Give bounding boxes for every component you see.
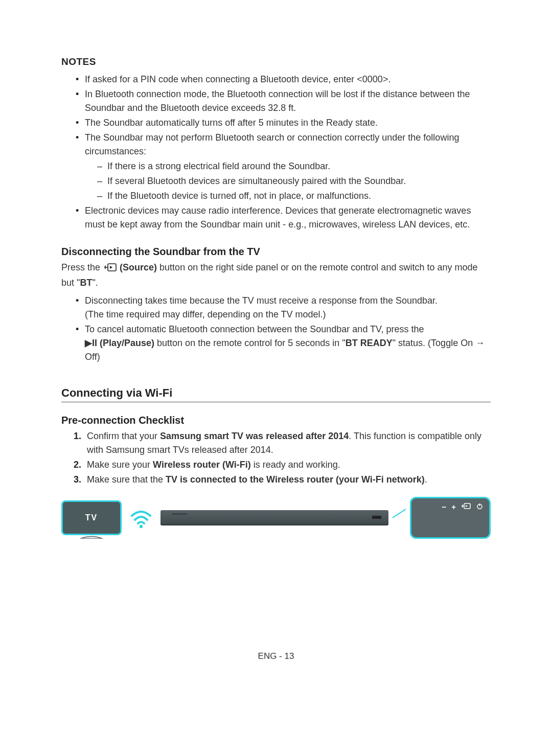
- text-fragment: Confirm that your: [87, 431, 160, 441]
- checklist-list: Confirm that your Samsung smart TV was r…: [74, 429, 491, 487]
- text-fragment: ".: [92, 278, 98, 288]
- control-panel-icons: − +: [442, 502, 483, 511]
- bold-text: Samsung smart TV was released after 2014: [160, 431, 349, 441]
- bt-label: BT: [80, 278, 92, 288]
- text-fragment: Make sure your: [87, 460, 153, 470]
- disconnect-item: To cancel automatic Bluetooth connection…: [74, 323, 491, 364]
- disconnect-list: Disconnecting takes time because the TV …: [74, 294, 491, 364]
- disconnect-item: Disconnecting takes time because the TV …: [74, 294, 491, 322]
- note-item-text: The Soundbar may not perform Bluetooth s…: [85, 132, 459, 156]
- callout-line-icon: [393, 505, 406, 531]
- text-fragment: Disconnecting takes time because the TV …: [85, 295, 438, 306]
- volume-down-icon: −: [442, 502, 446, 511]
- control-panel-illustration: − +: [410, 497, 491, 539]
- svg-marker-1: [110, 266, 112, 269]
- tv-stand-icon: [74, 536, 109, 539]
- svg-line-4: [393, 509, 406, 518]
- note-item: The Soundbar automatically turns off aft…: [74, 116, 491, 130]
- notes-list: If asked for a PIN code when connecting …: [74, 73, 491, 232]
- checklist-item: Make sure that the TV is connected to th…: [74, 473, 491, 487]
- tv-label: TV: [85, 513, 98, 522]
- wifi-icon: [130, 507, 152, 529]
- source-icon: [461, 502, 471, 511]
- page-footer: ENG - 13: [61, 651, 491, 661]
- text-fragment: Make sure that the: [87, 474, 166, 485]
- text-fragment: is ready and working.: [251, 460, 340, 470]
- notes-sublist: If there is a strong electrical field ar…: [96, 159, 491, 203]
- source-icon: [103, 262, 117, 276]
- bold-text: TV is connected to the Wireless router (…: [166, 474, 425, 485]
- note-item: The Soundbar may not perform Bluetooth s…: [74, 131, 491, 203]
- tv-illustration: TV: [61, 500, 122, 535]
- text-fragment: (The time required may differ, depending…: [85, 309, 326, 319]
- note-item: Electronic devices may cause radio inter…: [74, 204, 491, 232]
- text-fragment: To cancel automatic Bluetooth connection…: [85, 324, 424, 334]
- checklist-heading: Pre-connection Checklist: [61, 415, 491, 426]
- disconnect-paragraph: Press the (Source) button on the right s…: [61, 261, 491, 290]
- svg-marker-6: [466, 505, 468, 507]
- svg-point-3: [140, 525, 143, 528]
- soundbar-illustration: [160, 510, 388, 525]
- disconnect-heading: Disconnecting the Soundbar from the TV: [61, 246, 491, 258]
- note-subitem: If the Bluetooth device is turned off, n…: [96, 189, 491, 203]
- manual-page: NOTES If asked for a PIN code when conne…: [0, 0, 552, 692]
- text-fragment: Press the: [61, 262, 103, 272]
- bt-ready-label: BT READY: [346, 338, 393, 348]
- wifi-heading: Connecting via Wi-Fi: [61, 386, 491, 402]
- checklist-item: Make sure your Wireless router (Wi-Fi) i…: [74, 458, 491, 472]
- note-subitem: If there is a strong electrical field ar…: [96, 159, 491, 173]
- source-label: (Source): [120, 262, 157, 272]
- power-icon: [476, 502, 483, 511]
- bold-text: Wireless router (Wi-Fi): [153, 460, 251, 470]
- note-item: If asked for a PIN code when connecting …: [74, 73, 491, 86]
- play-pause-label: ▶II (Play/Pause): [85, 338, 154, 348]
- text-fragment: button on the remote control for 5 secon…: [157, 338, 346, 348]
- connection-diagram: TV − +: [61, 497, 491, 539]
- notes-heading: NOTES: [61, 56, 491, 67]
- volume-up-icon: +: [451, 502, 456, 511]
- checklist-item: Confirm that your Samsung smart TV was r…: [74, 429, 491, 457]
- note-item: In Bluetooth connection mode, the Blueto…: [74, 87, 491, 115]
- text-fragment: .: [425, 474, 427, 485]
- note-subitem: If several Bluetooth devices are simulta…: [96, 174, 491, 188]
